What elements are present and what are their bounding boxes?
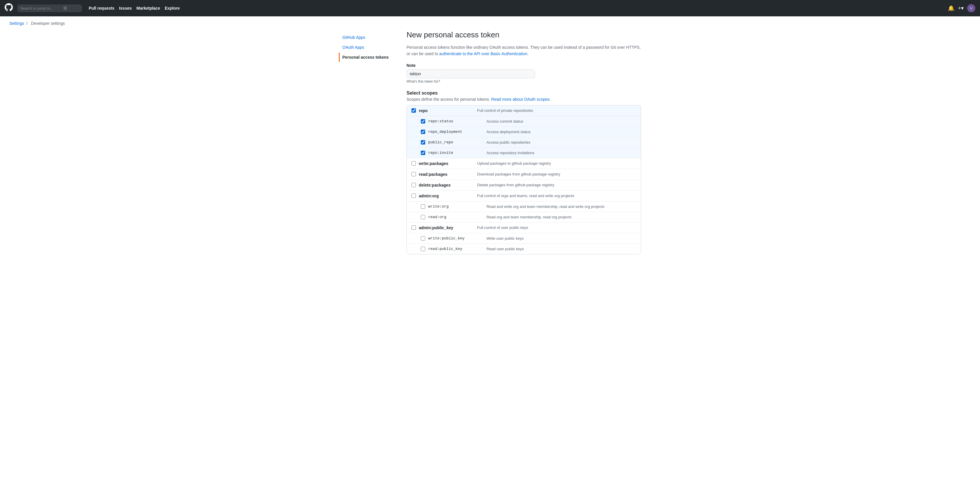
scope-name-write_public_key: write:public_key bbox=[428, 236, 487, 241]
scope-name-public_repo: public_repo bbox=[428, 140, 487, 145]
scope-desc-public_repo: Access public repositories bbox=[487, 140, 636, 145]
scope-name-repo_deployment: repo_deployment bbox=[428, 130, 487, 134]
page-title: New personal access token bbox=[407, 30, 641, 40]
note-input[interactable] bbox=[407, 70, 535, 78]
sidebar-item-personal-access-tokens[interactable]: Personal access tokens bbox=[339, 53, 397, 62]
main-container: GitHub Apps OAuth Apps Personal access t… bbox=[329, 30, 651, 268]
scope-checkbox-admin_org[interactable] bbox=[412, 193, 416, 198]
scope-row-admin_public_key: admin:public_key Full control of user pu… bbox=[407, 222, 641, 233]
breadcrumb-current: Developer settings bbox=[31, 21, 65, 26]
scope-desc-read_packages: Download packages from github package re… bbox=[477, 172, 636, 176]
scope-desc-admin_org: Full control of orgs and teams, read and… bbox=[477, 193, 636, 198]
sidebar-item-github-apps[interactable]: GitHub Apps bbox=[339, 33, 397, 42]
search-kbd: / bbox=[63, 6, 67, 10]
breadcrumb: Settings / Developer settings bbox=[0, 16, 980, 30]
nav-issues[interactable]: Issues bbox=[119, 6, 132, 11]
scope-row-repo: repo Full control of private repositorie… bbox=[407, 105, 641, 116]
note-hint: What's this token for? bbox=[407, 80, 641, 83]
scope-name-delete_packages: delete:packages bbox=[419, 183, 477, 187]
add-button[interactable]: +▾ bbox=[958, 5, 964, 11]
scopes-table: repo Full control of private repositorie… bbox=[407, 105, 641, 254]
sidebar: GitHub Apps OAuth Apps Personal access t… bbox=[339, 30, 397, 254]
scope-name-read_packages: read:packages bbox=[419, 172, 477, 177]
page-description: Personal access tokens function like ord… bbox=[407, 44, 641, 57]
scopes-title: Select scopes bbox=[407, 91, 641, 96]
content: New personal access token Personal acces… bbox=[407, 30, 641, 254]
search-input[interactable] bbox=[20, 6, 61, 11]
api-auth-link[interactable]: authenticate to the API over Basic Authe… bbox=[439, 51, 527, 56]
nav-explore[interactable]: Explore bbox=[165, 6, 180, 11]
nav-pull-requests[interactable]: Pull requests bbox=[89, 6, 115, 11]
navbar-search-box[interactable]: / bbox=[18, 5, 82, 12]
notifications-button[interactable]: 🔔 bbox=[948, 5, 954, 11]
scope-row-read_org: read:org Read org and team membership, r… bbox=[407, 212, 641, 222]
scope-desc-read_public_key: Read user public keys bbox=[487, 247, 636, 251]
navbar: / Pull requests Issues Marketplace Explo… bbox=[0, 0, 980, 16]
note-label: Note bbox=[407, 63, 641, 68]
scope-name-write_packages: write:packages bbox=[419, 161, 477, 166]
scope-name-admin_org: admin:org bbox=[419, 193, 477, 198]
scope-row-delete_packages: delete:packages Delete packages from git… bbox=[407, 180, 641, 191]
scope-checkbox-public_repo[interactable] bbox=[421, 140, 425, 145]
scope-row-write_public_key: write:public_key Write user public keys bbox=[407, 233, 641, 244]
avatar[interactable]: U bbox=[967, 4, 975, 12]
scope-desc-write_org: Read and write org and team membership, … bbox=[487, 204, 636, 209]
sidebar-item-oauth-apps[interactable]: OAuth Apps bbox=[339, 43, 397, 52]
scope-desc-admin_public_key: Full control of user public keys bbox=[477, 225, 636, 230]
scope-name-read_public_key: read:public_key bbox=[428, 247, 487, 251]
scope-checkbox-repo[interactable] bbox=[412, 108, 416, 113]
scope-checkbox-read_public_key[interactable] bbox=[421, 247, 425, 251]
nav-marketplace[interactable]: Marketplace bbox=[137, 6, 160, 11]
scope-desc-delete_packages: Delete packages from github package regi… bbox=[477, 183, 636, 187]
scope-row-write_packages: write:packages Upload packages to github… bbox=[407, 158, 641, 169]
breadcrumb-settings[interactable]: Settings bbox=[10, 21, 24, 26]
scope-row-write_org: write:org Read and write org and team me… bbox=[407, 201, 641, 212]
scope-desc-repo_status: Access commit status bbox=[487, 119, 636, 123]
scope-desc-read_org: Read org and team membership, read org p… bbox=[487, 215, 636, 219]
scope-desc-repo: Full control of private repositories bbox=[477, 108, 636, 113]
scope-row-read_packages: read:packages Download packages from git… bbox=[407, 169, 641, 180]
scope-checkbox-write_packages[interactable] bbox=[412, 161, 416, 166]
scope-desc-repo_invite: Access repository invitations bbox=[487, 151, 636, 155]
scope-name-repo_invite: repo:invite bbox=[428, 151, 487, 155]
scope-checkbox-repo_status[interactable] bbox=[421, 119, 425, 123]
scope-row-read_public_key: read:public_key Read user public keys bbox=[407, 244, 641, 254]
scopes-description: Scopes define the access for personal to… bbox=[407, 97, 641, 102]
scope-name-read_org: read:org bbox=[428, 215, 487, 219]
scope-checkbox-read_org[interactable] bbox=[421, 215, 425, 219]
scope-desc-write_public_key: Write user public keys bbox=[487, 236, 636, 241]
scope-checkbox-write_org[interactable] bbox=[421, 204, 425, 209]
scope-row-public_repo: public_repo Access public repositories bbox=[407, 137, 641, 148]
scope-name-repo: repo bbox=[419, 108, 477, 113]
scope-row-repo_invite: repo:invite Access repository invitation… bbox=[407, 148, 641, 158]
scope-desc-write_packages: Upload packages to github package regist… bbox=[477, 161, 636, 166]
scope-checkbox-admin_public_key[interactable] bbox=[412, 225, 416, 230]
breadcrumb-separator: / bbox=[26, 21, 27, 26]
scope-checkbox-write_public_key[interactable] bbox=[421, 236, 425, 241]
oauth-scopes-link[interactable]: Read more about OAuth scopes bbox=[491, 97, 549, 102]
scope-checkbox-repo_deployment[interactable] bbox=[421, 130, 425, 134]
navbar-links: Pull requests Issues Marketplace Explore bbox=[89, 6, 180, 11]
github-logo[interactable] bbox=[5, 3, 13, 13]
scope-name-repo_status: repo:status bbox=[428, 119, 487, 123]
scope-checkbox-read_packages[interactable] bbox=[412, 172, 416, 176]
scope-name-admin_public_key: admin:public_key bbox=[419, 225, 477, 230]
navbar-right: 🔔 +▾ U bbox=[948, 4, 975, 12]
scope-checkbox-repo_invite[interactable] bbox=[421, 151, 425, 155]
scope-row-repo_status: repo:status Access commit status bbox=[407, 116, 641, 127]
scope-row-repo_deployment: repo_deployment Access deployment status bbox=[407, 127, 641, 137]
scope-desc-repo_deployment: Access deployment status bbox=[487, 130, 636, 134]
scope-name-write_org: write:org bbox=[428, 204, 487, 209]
scope-checkbox-delete_packages[interactable] bbox=[412, 183, 416, 187]
scope-row-admin_org: admin:org Full control of orgs and teams… bbox=[407, 191, 641, 201]
